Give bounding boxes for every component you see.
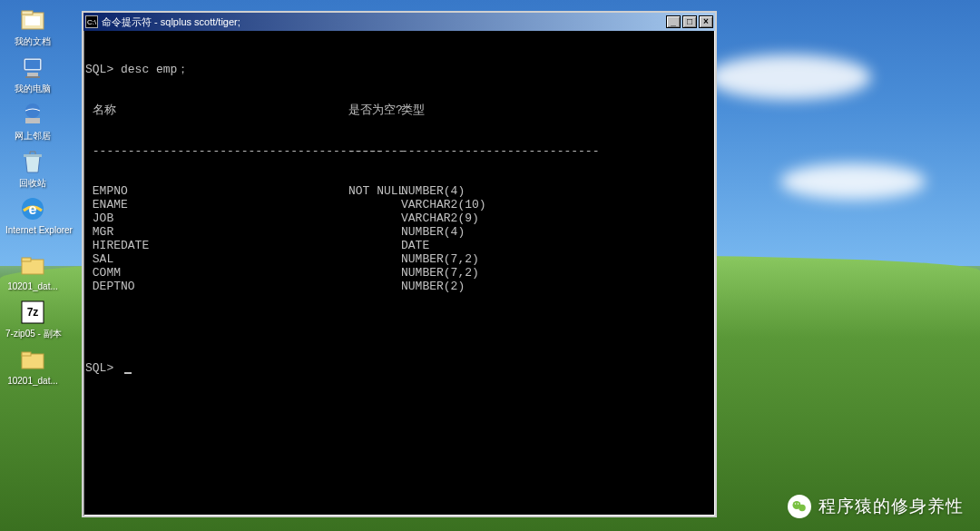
column-nullable — [348, 267, 401, 280]
titlebar-buttons: _ □ × — [666, 15, 713, 28]
minimize-button[interactable]: _ — [666, 15, 681, 28]
titlebar[interactable]: C:\ 命令提示符 - sqlplus scott/tiger; _ □ × — [83, 13, 715, 31]
column-name: HIREDATE — [85, 240, 348, 253]
desktop-icon-label: 我的电脑 — [5, 84, 60, 93]
my-computer-icon — [18, 53, 47, 82]
desktop-icon-internet-explorer[interactable]: eInternet Explorer — [5, 194, 60, 235]
svg-point-7 — [25, 103, 40, 118]
column-name: JOB — [85, 212, 348, 226]
header-name: 名称 — [85, 104, 348, 118]
svg-rect-6 — [25, 76, 40, 78]
desktop-icon-my-computer[interactable]: 我的电脑 — [5, 53, 60, 93]
column-nullable — [348, 253, 401, 267]
table-row: HIREDATEDATE — [85, 240, 713, 253]
terminal-header-row: 名称 是否为空? 类型 — [85, 104, 713, 118]
desktop-icon-recycle-bin[interactable]: 回收站 — [5, 147, 60, 188]
svg-point-21 — [798, 503, 799, 505]
table-row: ENAMEVARCHAR2(10) — [85, 199, 713, 212]
terminal-line: SQL> desc emp； — [85, 64, 713, 77]
divider: -------- — [348, 145, 401, 159]
cursor — [124, 372, 132, 374]
svg-rect-9 — [24, 154, 42, 157]
table-row: DEPTNONUMBER(2) — [85, 280, 713, 294]
svg-point-19 — [799, 505, 806, 512]
desktop-icon-7zip[interactable]: 7z7-zip05 - 副本 — [5, 298, 60, 339]
7zip-icon: 7z — [18, 298, 47, 327]
column-nullable — [348, 240, 401, 253]
folder-2-icon — [18, 345, 47, 374]
table-row: COMMNUMBER(7,2) — [85, 267, 713, 280]
svg-rect-13 — [22, 258, 31, 261]
column-type: VARCHAR2(9) — [401, 212, 713, 226]
svg-text:7z: 7z — [27, 306, 39, 319]
terminal-prompt: SQL> — [85, 362, 713, 376]
wechat-icon — [788, 495, 811, 518]
table-row: JOBVARCHAR2(9) — [85, 212, 713, 226]
watermark-text: 程序猿的修身养性 — [818, 495, 964, 518]
desktop-icon-label: 网上邻居 — [5, 131, 60, 141]
desktop-icon-label: 我的文档 — [5, 36, 60, 46]
divider: ----------------------------------------… — [85, 145, 348, 159]
column-nullable — [348, 226, 401, 240]
column-nullable — [348, 199, 401, 212]
desktop-icon-label: 回收站 — [5, 178, 60, 188]
column-name: COMM — [85, 267, 348, 280]
column-type: VARCHAR2(10) — [401, 199, 713, 212]
column-type: NUMBER(4) — [401, 226, 713, 240]
desktop-icon-label: 10201_dat... — [5, 376, 60, 386]
svg-rect-5 — [27, 73, 38, 76]
svg-rect-1 — [22, 11, 33, 15]
desktop-icon-label: Internet Explorer — [5, 225, 60, 235]
titlebar-text: 命令提示符 - sqlplus scott/tiger; — [102, 15, 666, 29]
desktop-icon-my-documents[interactable]: 我的文档 — [5, 5, 60, 46]
table-row: SALNUMBER(7,2) — [85, 253, 713, 267]
column-nullable — [348, 280, 401, 294]
terminal-content[interactable]: SQL> desc emp； 名称 是否为空? 类型 -------------… — [83, 31, 715, 408]
column-type: NUMBER(2) — [401, 280, 713, 294]
recycle-bin-icon — [18, 147, 47, 176]
column-type: NUMBER(7,2) — [401, 267, 713, 280]
divider: ---------------------------- — [401, 145, 713, 159]
header-type: 类型 — [401, 104, 713, 118]
table-row: EMPNONOT NULLNUMBER(4) — [85, 185, 713, 199]
table-row: MGRNUMBER(4) — [85, 226, 713, 240]
desktop-icon-folder-2[interactable]: 10201_dat... — [5, 345, 60, 386]
folder-1-icon — [18, 251, 47, 280]
svg-rect-4 — [25, 60, 40, 69]
maximize-button[interactable]: □ — [682, 15, 697, 28]
command-prompt-window: C:\ 命令提示符 - sqlplus scott/tiger; _ □ × S… — [82, 11, 717, 517]
network-places-icon — [18, 100, 47, 129]
svg-text:e: e — [29, 202, 37, 217]
column-type: NUMBER(4) — [401, 185, 713, 199]
desktop-icon-label: 7-zip05 - 副本 — [5, 329, 60, 339]
svg-point-20 — [795, 503, 797, 505]
column-type: NUMBER(7,2) — [401, 253, 713, 267]
column-name: DEPTNO — [85, 280, 348, 294]
column-name: EMPNO — [85, 185, 348, 199]
column-name: MGR — [85, 226, 348, 240]
column-type: DATE — [401, 240, 713, 253]
column-nullable — [348, 212, 401, 226]
close-button[interactable]: × — [699, 15, 713, 28]
internet-explorer-icon: e — [18, 194, 47, 223]
desktop-icon-network-places[interactable]: 网上邻居 — [5, 100, 60, 141]
svg-rect-8 — [25, 118, 40, 123]
svg-rect-17 — [22, 352, 31, 356]
svg-rect-2 — [25, 16, 40, 25]
column-name: SAL — [85, 253, 348, 267]
column-name: ENAME — [85, 199, 348, 212]
terminal-blank-line — [85, 321, 713, 335]
watermark: 程序猿的修身养性 — [788, 495, 964, 518]
header-null: 是否为空? — [348, 104, 401, 118]
titlebar-icon: C:\ — [85, 15, 98, 28]
desktop-icon-label: 10201_dat... — [5, 281, 60, 291]
column-nullable: NOT NULL — [348, 185, 401, 199]
desktop-icon-folder-1[interactable]: 10201_dat... — [5, 251, 60, 291]
terminal-divider-row: ----------------------------------------… — [85, 145, 713, 159]
my-documents-icon — [18, 5, 47, 34]
